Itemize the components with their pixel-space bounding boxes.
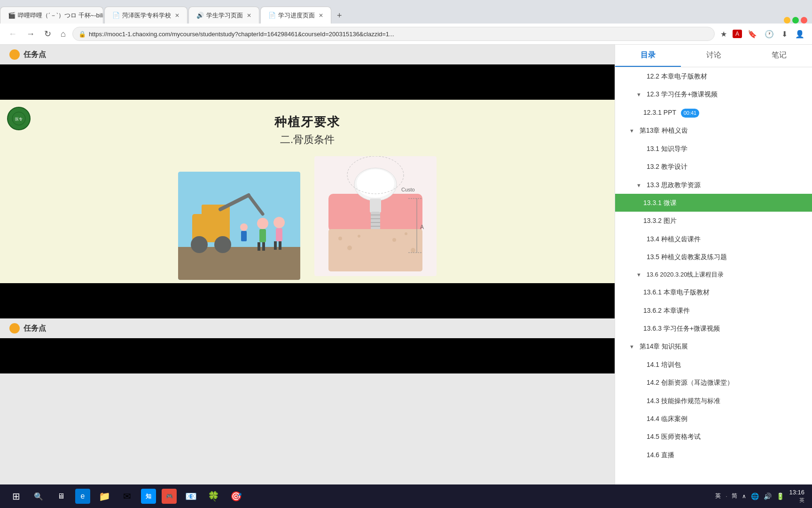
toc-item-13[interactable]: ▼ 第13章 种植义齿 xyxy=(615,121,812,139)
home-button[interactable]: ⌂ xyxy=(58,27,69,41)
tab-close-heze[interactable]: ✕ xyxy=(175,12,180,19)
taskbar-app4-icon[interactable]: 🎯 xyxy=(227,488,244,505)
task-dot-2-icon xyxy=(9,323,20,333)
taskbar-mail-icon[interactable]: ✉ xyxy=(118,488,135,505)
toc-item-14-1[interactable]: 14.1 培训包 xyxy=(615,356,812,373)
taskbar-chaoxing-icon[interactable]: 知 xyxy=(141,489,156,504)
svg-rect-35 xyxy=(328,229,422,271)
sidebar-tabs: 目录 讨论 笔记 xyxy=(615,45,812,67)
profile-button[interactable]: 👤 xyxy=(793,28,806,40)
svg-rect-25 xyxy=(370,198,381,213)
volume-icon[interactable]: 🔊 xyxy=(764,492,772,500)
toc-item-12-3-1[interactable]: 12.3.1 PPT 00:41 xyxy=(615,103,812,122)
taskbar: ⊞ 🔍 🖥 e 📁 ✉ 知 🎮 📧 🍀 🎯 英 · 简 ∧ 🌐 🔊 🔋 13:1… xyxy=(0,484,812,508)
forward-button[interactable]: → xyxy=(23,27,38,41)
tab-close-study[interactable]: ✕ xyxy=(247,12,251,19)
toc-item-13-1[interactable]: 13.1 知识导学 xyxy=(615,140,812,158)
toc-item-13-3-1[interactable]: 13.3.1 微课 xyxy=(615,194,812,212)
start-button[interactable]: ⊞ xyxy=(8,488,24,505)
svg-text:Custo: Custo xyxy=(401,187,415,192)
task-point-2: 任务点 xyxy=(0,318,615,338)
back-button[interactable]: ← xyxy=(6,27,20,41)
network-icon: 🌐 xyxy=(751,492,759,500)
toc-item-14-2[interactable]: 14.2 创新资源（耳边微课堂） xyxy=(615,373,812,391)
taskbar-explorer-icon[interactable]: 📁 xyxy=(96,488,113,505)
svg-point-37 xyxy=(347,246,352,250)
system-clock[interactable]: 13:16 英 xyxy=(789,488,804,504)
content-area: 任务点 医专 种植牙要求 二.骨质条件 xyxy=(0,45,615,484)
ime-mode[interactable]: 简 xyxy=(732,492,737,500)
tab-toc[interactable]: 目录 xyxy=(615,45,681,67)
tab-notes[interactable]: 笔记 xyxy=(746,45,812,67)
video-third-bar[interactable] xyxy=(0,338,615,373)
toc-item-13-6-2[interactable]: 13.6.2 本章课件 xyxy=(615,302,812,319)
toc-item-13-3[interactable]: ▼ 13.3 思政教学资源 xyxy=(615,176,812,194)
main-area: 任务点 医专 种植牙要求 二.骨质条件 xyxy=(0,45,812,484)
slide-title: 二.骨质条件 xyxy=(274,133,340,147)
toc-item-13-5[interactable]: 13.5 种植义齿教案及练习题 xyxy=(615,248,812,266)
tab-study[interactable]: 🔊 学生学习页面 ✕ xyxy=(188,7,259,24)
svg-rect-20 xyxy=(178,172,300,280)
taskbar-search-icon[interactable]: 🔍 xyxy=(30,488,47,505)
taskbar-app1-icon[interactable]: 🎮 xyxy=(162,489,177,504)
video-bottom-bar[interactable] xyxy=(0,283,615,318)
toc-item-13-4[interactable]: 13.4 种植义齿课件 xyxy=(615,230,812,248)
refresh-button[interactable]: ↻ xyxy=(41,27,54,41)
toc-item-13-6-1[interactable]: 13.6.1 本章电子版教材 xyxy=(615,283,812,301)
toc-item-14[interactable]: ▼ 第14章 知识拓展 xyxy=(615,337,812,355)
toc-item-13-6-3[interactable]: 13.6.3 学习任务+微课视频 xyxy=(615,319,812,337)
tab-close-progress[interactable]: ✕ xyxy=(319,12,323,19)
toc-item-13-2[interactable]: 13.2 教学设计 xyxy=(615,158,812,175)
taskbar-task-view-icon[interactable]: 🖥 xyxy=(53,488,70,505)
school-logo: 医专 xyxy=(7,107,31,130)
close-window-button[interactable] xyxy=(801,17,807,24)
ime-indicator[interactable]: 英 xyxy=(715,492,721,500)
toc-item-12-2[interactable]: 12.2 本章电子版教材 xyxy=(615,67,812,85)
bookmarks-button[interactable]: 🔖 xyxy=(746,28,759,40)
downloads-button[interactable]: ⬇ xyxy=(780,28,789,40)
toc-item-14-3[interactable]: 14.3 技能操作规范与标准 xyxy=(615,392,812,410)
history-button[interactable]: 🕐 xyxy=(763,28,776,40)
toc-item-14-5[interactable]: 14.5 医师资格考试 xyxy=(615,428,812,445)
system-tray-icons[interactable]: ∧ xyxy=(742,493,746,500)
toc-item-13-6[interactable]: ▼ 13.6 2020.3.20线上课程目录 xyxy=(615,266,812,284)
tab-bar: 🎬 哔哩哔哩（ˊ－ˋ）つロ 千杯~-bili... ✕ 📄 菏泽医学专科学校 ✕… xyxy=(0,0,812,24)
sidebar: ◀ 目录 讨论 笔记 12.2 本章电子版教材 ▼ 12.3 学习任务+微课 xyxy=(615,45,812,484)
toc-item-13-3-2[interactable]: 13.3.2 图片 xyxy=(615,212,812,230)
svg-point-38 xyxy=(358,235,360,238)
slide-image-health xyxy=(178,172,300,280)
time-badge: 00:41 xyxy=(681,109,700,118)
toc-item-14-6[interactable]: 14.6 直播 xyxy=(615,446,812,464)
nav-icons: ★ A 🔖 🕐 ⬇ 👤 xyxy=(718,28,806,40)
task-point-1: 任务点 xyxy=(0,45,615,64)
toc-content: 12.2 本章电子版教材 ▼ 12.3 学习任务+微课视频 12.3.1 PPT… xyxy=(615,67,812,484)
new-tab-button[interactable]: + xyxy=(332,8,347,24)
toc-item-12-3[interactable]: ▼ 12.3 学习任务+微课视频 xyxy=(615,85,812,103)
svg-point-39 xyxy=(392,238,396,242)
svg-point-41 xyxy=(411,248,415,253)
svg-point-40 xyxy=(405,232,407,235)
svg-text:A: A xyxy=(420,224,424,230)
address-bar[interactable]: 🔒 https://mooc1-1.chaoxing.com/mycourse/… xyxy=(72,27,715,41)
toc-item-14-4[interactable]: 14.4 临床案例 xyxy=(615,410,812,428)
reader-mode-button[interactable]: A xyxy=(733,30,742,38)
sidebar-toggle-button[interactable]: ◀ xyxy=(615,255,615,274)
svg-point-36 xyxy=(338,237,342,240)
nav-bar: ← → ↻ ⌂ 🔒 https://mooc1-1.chaoxing.com/m… xyxy=(0,24,812,45)
bookmark-star-button[interactable]: ★ xyxy=(718,28,729,40)
tab-discuss[interactable]: 讨论 xyxy=(681,45,747,67)
taskbar-app2-icon[interactable]: 📧 xyxy=(182,488,199,505)
tab-heze[interactable]: 📄 菏泽医学专科学校 ✕ xyxy=(104,7,187,24)
taskbar-app3-icon[interactable]: 🍀 xyxy=(205,488,222,505)
toc-collapse-13-icon: ▼ xyxy=(629,127,636,135)
maximize-button[interactable] xyxy=(792,17,799,24)
task-dot-icon xyxy=(9,49,20,60)
taskbar-browser-icon[interactable]: e xyxy=(75,489,90,504)
video-top-bar[interactable] xyxy=(0,64,615,100)
slide-images: 一.全身健康 xyxy=(9,156,605,283)
svg-point-24 xyxy=(357,169,394,198)
tab-progress[interactable]: 📄 学习进度页面 ✕ xyxy=(260,7,331,24)
minimize-button[interactable] xyxy=(784,17,790,24)
slide-subtitle: 种植牙要求 xyxy=(274,114,340,130)
tab-bilibili[interactable]: 🎬 哔哩哔哩（ˊ－ˋ）つロ 千杯~-bili... ✕ xyxy=(0,7,103,24)
